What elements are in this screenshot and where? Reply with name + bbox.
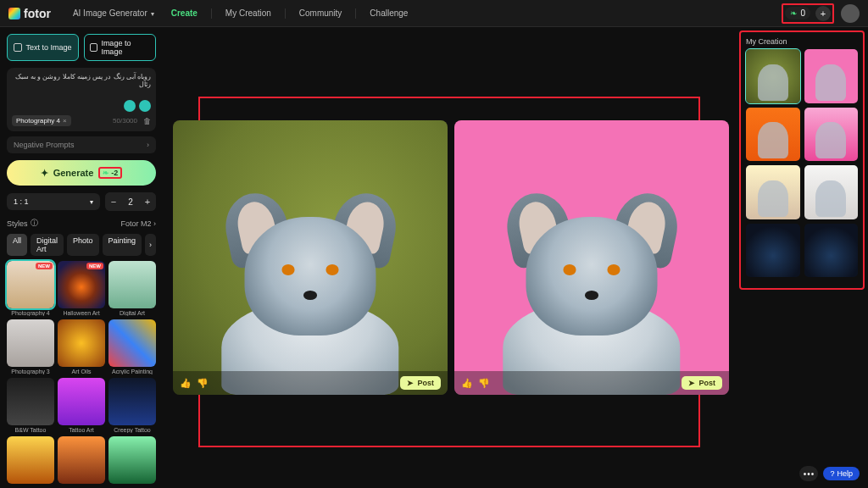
style-thumb[interactable]: NEW	[7, 261, 54, 308]
close-icon[interactable]: ×	[63, 117, 67, 125]
tab-text-to-image[interactable]: Text to Image	[7, 34, 79, 61]
qty-minus-button[interactable]: −	[105, 192, 122, 211]
nav-separator	[285, 8, 286, 19]
qty-value: 2	[122, 197, 139, 207]
nav-challenge[interactable]: Challenge	[363, 5, 415, 21]
more-menu-button[interactable]: •••	[799, 466, 818, 481]
logo[interactable]: fotor	[8, 7, 51, 20]
leaf-icon: ❧	[103, 169, 109, 177]
style-label: Tattoo Art	[58, 427, 105, 433]
generate-button[interactable]: ✦ Generate ❧ -2	[7, 160, 156, 186]
style-cell[interactable]	[58, 436, 105, 485]
style-thumb[interactable]	[7, 378, 54, 425]
nav-ai-generator[interactable]: AI Image Generator	[66, 5, 161, 21]
logo-icon	[8, 8, 20, 19]
nav-community[interactable]: Community	[292, 5, 349, 21]
creation-thumb[interactable]	[804, 165, 859, 219]
style-cell[interactable]: Tattoo Art	[58, 378, 105, 433]
nav-separator	[211, 8, 212, 19]
style-thumb[interactable]	[58, 378, 105, 425]
style-label: Photography 3	[7, 369, 54, 374]
filter-chip-all[interactable]: All	[7, 234, 27, 256]
post-button[interactable]: ➤ Post	[682, 376, 722, 390]
thumbs-down-icon[interactable]: 👎	[197, 378, 209, 389]
add-credits-button[interactable]: +	[815, 6, 831, 21]
result-card[interactable]: 👍 👎 ➤ Post	[454, 120, 729, 395]
style-label: Photography 4	[7, 310, 54, 316]
cost-value: -2	[111, 169, 118, 177]
filter-chip-digital-art[interactable]: Digital Art	[31, 234, 64, 256]
bottom-right: ••• ? Help	[799, 466, 860, 481]
style-cell[interactable]	[108, 436, 156, 485]
credits-count: 0	[800, 8, 805, 18]
nav-create[interactable]: Create	[164, 5, 204, 21]
filter-chip-painting[interactable]: Painting	[103, 234, 142, 256]
thumbs-up-icon[interactable]: 👍	[180, 378, 192, 389]
creation-thumb[interactable]	[746, 224, 800, 278]
style-thumb[interactable]	[108, 319, 156, 367]
panel-title: My Creation	[746, 37, 858, 46]
style-cell[interactable]: B&W Tattoo	[7, 378, 54, 433]
style-cell[interactable]: Digital Art	[108, 261, 156, 316]
style-thumb[interactable]	[7, 436, 54, 484]
filter-chip-photo[interactable]: Photo	[67, 234, 99, 256]
card-actions: 👍 👎 ➤ Post	[454, 371, 729, 395]
refresh-icon[interactable]	[139, 100, 151, 112]
prompt-box[interactable]: روباه آبی رنگ در پس زمینه کاملا روشن و ب…	[7, 68, 156, 131]
styles-label: Styles	[7, 219, 28, 228]
avatar[interactable]	[841, 4, 860, 23]
style-cell[interactable]: NEWHalloween Art	[58, 261, 105, 316]
trash-icon[interactable]: 🗑	[143, 117, 151, 125]
creation-thumb[interactable]	[746, 49, 800, 103]
canvas-area: 👍 👎 ➤ Post 👍 👎 ➤ Post	[163, 27, 739, 488]
creation-thumb[interactable]	[746, 108, 800, 162]
style-label: Art Oils	[58, 369, 105, 374]
style-cell[interactable]: Creepy Tattoo	[108, 378, 156, 433]
style-cell[interactable]: NEWPhotography 4	[7, 261, 54, 316]
style-thumb[interactable]	[108, 436, 156, 484]
creation-grid	[746, 49, 858, 277]
negative-prompts-row[interactable]: Negative Prompts ›	[7, 136, 156, 153]
style-thumb[interactable]: NEW	[58, 261, 105, 308]
thumbs-up-icon[interactable]: 👍	[461, 378, 473, 389]
style-thumb[interactable]	[108, 261, 156, 308]
creation-thumb[interactable]	[804, 224, 859, 278]
creation-thumb[interactable]	[804, 108, 859, 162]
prompt-text[interactable]: روباه آبی رنگ در پس زمینه کاملا روشن و ب…	[12, 73, 151, 88]
thumbs-down-icon[interactable]: 👎	[478, 378, 490, 389]
post-button[interactable]: ➤ Post	[400, 376, 441, 390]
tab-label: Image to Image	[101, 39, 150, 56]
style-thumb[interactable]	[7, 319, 54, 367]
filter-more-button[interactable]: ›	[145, 234, 156, 256]
style-thumb[interactable]	[58, 319, 105, 367]
help-button[interactable]: ? Help	[823, 467, 860, 480]
creation-thumb[interactable]	[746, 165, 800, 219]
style-grid: NEWPhotography 4NEWHalloween ArtDigital …	[7, 261, 156, 485]
qty-plus-button[interactable]: +	[139, 192, 156, 211]
negative-label: Negative Prompts	[14, 141, 75, 149]
style-thumb[interactable]	[108, 378, 156, 425]
creation-thumb[interactable]	[804, 49, 859, 103]
text-icon	[14, 43, 22, 52]
style-thumb[interactable]	[58, 436, 105, 484]
leaf-icon: ❧	[790, 8, 797, 18]
styles-header: Styles ⓘ Fotor M2 ›	[7, 218, 156, 229]
model-select[interactable]: Fotor M2 ›	[120, 219, 156, 228]
result-card[interactable]: 👍 👎 ➤ Post	[173, 120, 448, 395]
style-cell[interactable]: Acrylic Painting	[108, 319, 156, 374]
help-label: Help	[837, 469, 853, 478]
tab-image-to-image[interactable]: Image to Image	[84, 34, 156, 61]
style-cell[interactable]: Photography 3	[7, 319, 54, 374]
aspect-value: 1 : 1	[14, 197, 29, 206]
sidebar: Text to Image Image to Image روباه آبی ر…	[0, 27, 163, 488]
style-label: Digital Art	[108, 310, 156, 316]
style-cell[interactable]	[7, 436, 54, 485]
style-tag-chip[interactable]: Photography 4 ×	[12, 115, 71, 126]
globe-icon[interactable]	[124, 100, 136, 112]
credits-pill[interactable]: ❧ 0	[785, 7, 810, 19]
info-icon[interactable]: ⓘ	[31, 218, 38, 229]
aspect-ratio-select[interactable]: 1 : 1	[7, 193, 100, 210]
style-cell[interactable]: Art Oils	[58, 319, 105, 374]
nav-my-creation[interactable]: My Creation	[219, 5, 278, 21]
tab-label: Text to Image	[25, 43, 71, 52]
